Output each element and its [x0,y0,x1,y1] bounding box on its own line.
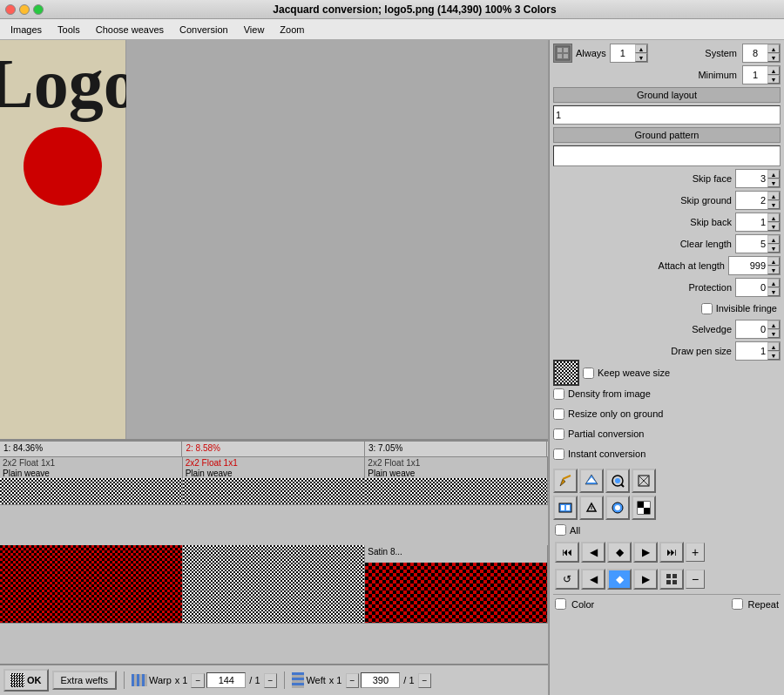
minimum-down[interactable]: ▼ [767,75,780,84]
skip-back-up[interactable]: ▲ [767,213,780,222]
protection-down[interactable]: ▼ [767,287,780,296]
skip-ground-input[interactable] [736,192,767,209]
menu-choose-weaves[interactable]: Choose weaves [89,23,171,37]
repeat-checkbox[interactable] [732,598,743,610]
skip-ground-up[interactable]: ▲ [767,192,780,200]
warp-input[interactable] [206,672,246,688]
menu-conversion[interactable]: Conversion [172,23,235,37]
always-spin[interactable]: ▲ ▼ [610,44,648,63]
weave-cell-1[interactable]: 2x2 Float 1x1 Plain weave [0,457,183,505]
back-button[interactable]: ◀ [581,569,605,590]
selvedge-up[interactable]: ▲ [767,321,780,329]
resize-only-checkbox[interactable] [553,408,564,420]
clear-length-down[interactable]: ▼ [767,244,780,253]
step-back-button[interactable]: ◀ [581,542,605,563]
skip-back-spin[interactable]: ▲ ▼ [735,213,781,232]
draw-pen-size-spin[interactable]: ▲ ▼ [735,341,781,361]
partial-conversion-checkbox[interactable] [553,428,564,440]
system-down[interactable]: ▼ [767,53,780,62]
minimum-up[interactable]: ▲ [767,66,780,75]
skip-ground-down[interactable]: ▼ [767,200,780,209]
selvedge-down[interactable]: ▼ [767,329,780,338]
protection-spin[interactable]: ▲ ▼ [735,278,781,297]
always-input[interactable] [611,44,635,62]
tool-btn-1[interactable] [553,469,578,493]
keep-weave-size-checkbox[interactable] [583,368,594,379]
clear-length-up[interactable]: ▲ [767,235,780,244]
rotate-left-button[interactable]: ↺ [555,569,579,590]
attach-at-length-up[interactable]: ▲ [767,257,780,266]
warp-x1-btn[interactable]: − [191,673,205,688]
skip-face-down[interactable]: ▼ [767,179,780,187]
forward-button[interactable]: ▶ [633,569,658,590]
instant-conversion-checkbox[interactable] [553,449,564,460]
selvedge-input[interactable] [736,321,767,338]
menu-view[interactable]: View [237,23,272,37]
skip-face-up[interactable]: ▲ [767,170,780,179]
weave-cell-3[interactable]: 2x2 Float 1x1 Plain weave [365,457,548,505]
tool-btn-5[interactable] [553,496,578,520]
skip-face-spin[interactable]: ▲ ▼ [735,169,781,188]
minimum-spin[interactable]: ▲ ▼ [742,65,781,84]
draw-pen-size-up[interactable]: ▲ [767,342,780,351]
clear-length-spin[interactable]: ▲ ▼ [735,234,781,253]
attach-at-length-input[interactable] [729,257,767,274]
weft-x1-btn[interactable]: − [346,673,360,688]
attach-at-length-spin[interactable]: ▲ ▼ [728,256,781,275]
diamond-button[interactable]: ◆ [607,542,632,563]
skip-back-input[interactable] [736,213,767,231]
weave-cell-6[interactable]: Satin 8... [365,545,548,624]
minimize-button[interactable] [19,4,30,15]
grid-button[interactable] [659,569,684,590]
menu-zoom[interactable]: Zoom [273,23,311,37]
always-up[interactable]: ▲ [635,44,647,53]
protection-input[interactable] [736,279,767,296]
system-spin[interactable]: ▲ ▼ [742,44,781,63]
color-checkbox[interactable] [555,598,566,610]
weft-input[interactable] [361,672,400,688]
weave-cell-2[interactable]: 2x2 Float 1x1 Plain weave [183,457,366,505]
rewind-to-start-button[interactable]: ⏮ [555,542,579,563]
draw-pen-size-input[interactable] [736,342,767,360]
selvedge-spin[interactable]: ▲ ▼ [735,320,781,339]
skip-ground-spin[interactable]: ▲ ▼ [735,191,781,210]
extra-wefts-button[interactable]: Extra wefts [52,671,117,690]
circle-diamond-button[interactable]: ◆ [607,569,632,590]
attach-at-length-down[interactable]: ▼ [767,266,780,274]
weave-cell-4[interactable] [0,545,183,624]
minimum-input[interactable] [743,66,767,84]
tool-btn-8[interactable] [632,496,656,520]
tool-btn-6[interactable] [579,496,604,520]
ground-pattern-area[interactable] [553,145,781,166]
density-from-image-checkbox[interactable] [553,388,564,400]
ground-layout-input[interactable] [553,105,781,125]
invisible-fringe-checkbox[interactable] [701,303,713,314]
plus-button[interactable]: + [686,543,705,562]
window-controls[interactable] [5,4,44,15]
always-down[interactable]: ▼ [635,53,647,62]
tool-btn-3[interactable] [605,469,630,493]
menu-tools[interactable]: Tools [51,23,87,37]
ok-button[interactable]: OK [3,669,49,692]
skip-back-down[interactable]: ▼ [767,222,780,231]
tool-btn-4[interactable] [632,469,656,493]
system-up[interactable]: ▲ [767,44,780,53]
minus-button[interactable]: − [686,570,705,589]
protection-up[interactable]: ▲ [767,279,780,287]
close-button[interactable] [5,4,16,15]
weave-preview-icon[interactable] [553,360,579,386]
clear-length-input[interactable] [736,235,767,253]
weft-div1-btn[interactable]: − [418,673,432,688]
tool-btn-2[interactable] [579,469,604,493]
draw-pen-size-down[interactable]: ▼ [767,351,780,360]
tool-btn-7[interactable] [605,496,630,520]
warp-div1-btn[interactable]: − [264,673,278,688]
weave-cell-5[interactable] [183,545,366,624]
all-checkbox[interactable] [555,524,566,536]
menu-images[interactable]: Images [3,23,49,37]
maximize-button[interactable] [33,4,44,15]
skip-face-input[interactable] [736,170,767,187]
step-forward-button[interactable]: ▶ [633,542,658,563]
system-input[interactable] [743,44,767,62]
fast-forward-button[interactable]: ⏭ [659,542,684,563]
